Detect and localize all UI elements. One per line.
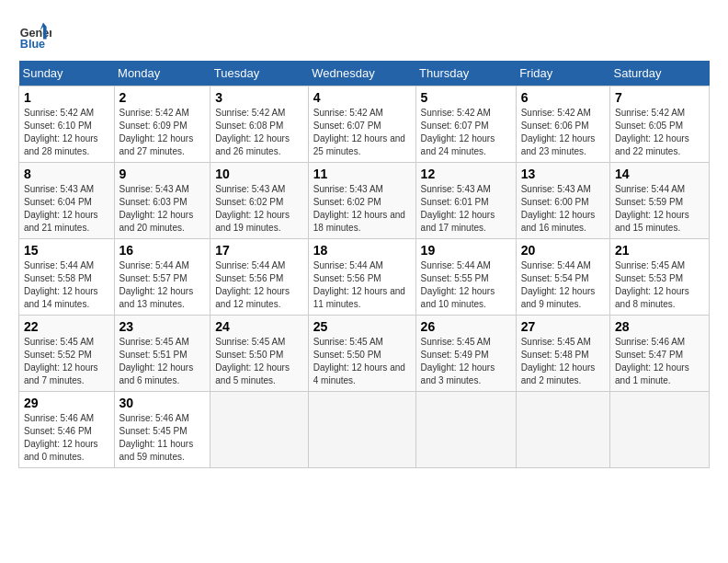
day-info: Sunrise: 5:44 AMSunset: 5:56 PMDaylight:… xyxy=(313,260,405,309)
day-info: Sunrise: 5:43 AMSunset: 6:01 PMDaylight:… xyxy=(421,184,495,233)
day-info: Sunrise: 5:42 AMSunset: 6:05 PMDaylight:… xyxy=(615,108,689,156)
calendar-row-3: 15 Sunrise: 5:44 AMSunset: 5:58 PMDaylig… xyxy=(19,239,710,316)
day-number: 3 xyxy=(215,90,302,105)
header: General Blue xyxy=(18,18,710,52)
day-info: Sunrise: 5:43 AMSunset: 6:03 PMDaylight:… xyxy=(119,184,194,233)
day-number: 29 xyxy=(24,396,109,410)
day-number: 12 xyxy=(421,167,511,181)
calendar-cell: 25 Sunrise: 5:45 AMSunset: 5:50 PMDaylig… xyxy=(308,316,415,392)
day-info: Sunrise: 5:45 AMSunset: 5:48 PMDaylight:… xyxy=(521,337,596,385)
day-number: 23 xyxy=(119,319,206,334)
calendar-cell: 17 Sunrise: 5:44 AMSunset: 5:56 PMDaylig… xyxy=(210,239,308,316)
day-number: 19 xyxy=(421,243,511,258)
calendar-cell xyxy=(308,392,415,468)
day-info: Sunrise: 5:44 AMSunset: 5:59 PMDaylight:… xyxy=(615,184,689,233)
day-info: Sunrise: 5:45 AMSunset: 5:49 PMDaylight:… xyxy=(421,337,495,385)
calendar-cell: 28 Sunrise: 5:46 AMSunset: 5:47 PMDaylig… xyxy=(610,316,710,392)
calendar-cell: 4 Sunrise: 5:42 AMSunset: 6:07 PMDayligh… xyxy=(308,86,415,163)
day-info: Sunrise: 5:46 AMSunset: 5:45 PMDaylight:… xyxy=(119,413,194,462)
calendar-cell: 12 Sunrise: 5:43 AMSunset: 6:01 PMDaylig… xyxy=(415,163,516,239)
day-info: Sunrise: 5:42 AMSunset: 6:10 PMDaylight:… xyxy=(24,108,98,156)
day-info: Sunrise: 5:42 AMSunset: 6:09 PMDaylight:… xyxy=(119,108,194,156)
day-number: 6 xyxy=(521,90,605,105)
day-number: 15 xyxy=(24,243,109,258)
calendar-cell: 1 Sunrise: 5:42 AMSunset: 6:10 PMDayligh… xyxy=(19,86,115,163)
calendar-cell: 18 Sunrise: 5:44 AMSunset: 5:56 PMDaylig… xyxy=(308,239,415,316)
day-info: Sunrise: 5:45 AMSunset: 5:50 PMDaylight:… xyxy=(215,337,290,385)
calendar-cell: 22 Sunrise: 5:45 AMSunset: 5:52 PMDaylig… xyxy=(19,316,115,392)
header-day-monday: Monday xyxy=(114,61,210,86)
calendar-table: SundayMondayTuesdayWednesdayThursdayFrid… xyxy=(18,61,710,468)
day-info: Sunrise: 5:42 AMSunset: 6:07 PMDaylight:… xyxy=(313,108,405,156)
calendar-cell: 7 Sunrise: 5:42 AMSunset: 6:05 PMDayligh… xyxy=(610,86,710,163)
calendar-cell: 29 Sunrise: 5:46 AMSunset: 5:46 PMDaylig… xyxy=(19,392,115,468)
calendar-cell: 30 Sunrise: 5:46 AMSunset: 5:45 PMDaylig… xyxy=(114,392,210,468)
calendar-cell: 26 Sunrise: 5:45 AMSunset: 5:49 PMDaylig… xyxy=(415,316,516,392)
calendar-cell: 23 Sunrise: 5:45 AMSunset: 5:51 PMDaylig… xyxy=(114,316,210,392)
day-info: Sunrise: 5:42 AMSunset: 6:08 PMDaylight:… xyxy=(215,108,290,156)
calendar-cell: 6 Sunrise: 5:42 AMSunset: 6:06 PMDayligh… xyxy=(516,86,609,163)
day-info: Sunrise: 5:42 AMSunset: 6:07 PMDaylight:… xyxy=(421,108,495,156)
day-info: Sunrise: 5:45 AMSunset: 5:51 PMDaylight:… xyxy=(119,337,194,385)
day-info: Sunrise: 5:45 AMSunset: 5:50 PMDaylight:… xyxy=(313,337,405,385)
day-info: Sunrise: 5:44 AMSunset: 5:58 PMDaylight:… xyxy=(24,260,98,309)
day-number: 18 xyxy=(313,243,411,258)
day-number: 5 xyxy=(421,90,511,105)
day-info: Sunrise: 5:43 AMSunset: 6:02 PMDaylight:… xyxy=(215,184,290,233)
header-row: SundayMondayTuesdayWednesdayThursdayFrid… xyxy=(19,61,710,86)
calendar-row-4: 22 Sunrise: 5:45 AMSunset: 5:52 PMDaylig… xyxy=(19,316,710,392)
day-number: 10 xyxy=(215,167,302,181)
day-number: 24 xyxy=(215,319,302,334)
calendar-row-1: 1 Sunrise: 5:42 AMSunset: 6:10 PMDayligh… xyxy=(19,86,710,163)
day-number: 30 xyxy=(119,396,206,410)
day-number: 25 xyxy=(313,319,411,334)
calendar-cell: 24 Sunrise: 5:45 AMSunset: 5:50 PMDaylig… xyxy=(210,316,308,392)
header-day-saturday: Saturday xyxy=(610,61,710,86)
day-info: Sunrise: 5:46 AMSunset: 5:47 PMDaylight:… xyxy=(615,337,689,385)
day-number: 13 xyxy=(521,167,605,181)
calendar-cell: 13 Sunrise: 5:43 AMSunset: 6:00 PMDaylig… xyxy=(516,163,609,239)
day-number: 14 xyxy=(615,167,704,181)
calendar-cell xyxy=(415,392,516,468)
calendar-row-2: 8 Sunrise: 5:43 AMSunset: 6:04 PMDayligh… xyxy=(19,163,710,239)
header-day-friday: Friday xyxy=(516,61,609,86)
calendar-cell: 21 Sunrise: 5:45 AMSunset: 5:53 PMDaylig… xyxy=(610,239,710,316)
day-number: 28 xyxy=(615,319,704,334)
svg-text:Blue: Blue xyxy=(20,38,45,51)
day-info: Sunrise: 5:42 AMSunset: 6:06 PMDaylight:… xyxy=(521,108,596,156)
day-number: 7 xyxy=(615,90,704,105)
header-day-thursday: Thursday xyxy=(415,61,516,86)
calendar-cell: 5 Sunrise: 5:42 AMSunset: 6:07 PMDayligh… xyxy=(415,86,516,163)
day-info: Sunrise: 5:46 AMSunset: 5:46 PMDaylight:… xyxy=(24,413,98,462)
day-number: 17 xyxy=(215,243,302,258)
day-info: Sunrise: 5:45 AMSunset: 5:52 PMDaylight:… xyxy=(24,337,98,385)
calendar-cell: 20 Sunrise: 5:44 AMSunset: 5:54 PMDaylig… xyxy=(516,239,609,316)
day-info: Sunrise: 5:44 AMSunset: 5:54 PMDaylight:… xyxy=(521,260,596,309)
calendar-row-5: 29 Sunrise: 5:46 AMSunset: 5:46 PMDaylig… xyxy=(19,392,710,468)
day-number: 26 xyxy=(421,319,511,334)
day-info: Sunrise: 5:45 AMSunset: 5:53 PMDaylight:… xyxy=(615,260,689,309)
logo-icon: General Blue xyxy=(18,18,51,52)
calendar-cell xyxy=(210,392,308,468)
calendar-cell: 9 Sunrise: 5:43 AMSunset: 6:03 PMDayligh… xyxy=(114,163,210,239)
day-info: Sunrise: 5:44 AMSunset: 5:57 PMDaylight:… xyxy=(119,260,194,309)
calendar-cell: 15 Sunrise: 5:44 AMSunset: 5:58 PMDaylig… xyxy=(19,239,115,316)
day-number: 8 xyxy=(24,167,109,181)
day-info: Sunrise: 5:43 AMSunset: 6:02 PMDaylight:… xyxy=(313,184,405,233)
day-number: 4 xyxy=(313,90,411,105)
day-info: Sunrise: 5:44 AMSunset: 5:56 PMDaylight:… xyxy=(215,260,290,309)
day-info: Sunrise: 5:43 AMSunset: 6:00 PMDaylight:… xyxy=(521,184,596,233)
calendar-cell: 11 Sunrise: 5:43 AMSunset: 6:02 PMDaylig… xyxy=(308,163,415,239)
day-number: 9 xyxy=(119,167,206,181)
header-day-wednesday: Wednesday xyxy=(308,61,415,86)
calendar-cell: 3 Sunrise: 5:42 AMSunset: 6:08 PMDayligh… xyxy=(210,86,308,163)
calendar-cell: 10 Sunrise: 5:43 AMSunset: 6:02 PMDaylig… xyxy=(210,163,308,239)
calendar-cell: 16 Sunrise: 5:44 AMSunset: 5:57 PMDaylig… xyxy=(114,239,210,316)
logo: General Blue xyxy=(18,18,51,52)
calendar-cell: 14 Sunrise: 5:44 AMSunset: 5:59 PMDaylig… xyxy=(610,163,710,239)
day-info: Sunrise: 5:43 AMSunset: 6:04 PMDaylight:… xyxy=(24,184,98,233)
calendar-cell: 2 Sunrise: 5:42 AMSunset: 6:09 PMDayligh… xyxy=(114,86,210,163)
day-number: 2 xyxy=(119,90,206,105)
header-day-tuesday: Tuesday xyxy=(210,61,308,86)
day-number: 22 xyxy=(24,319,109,334)
